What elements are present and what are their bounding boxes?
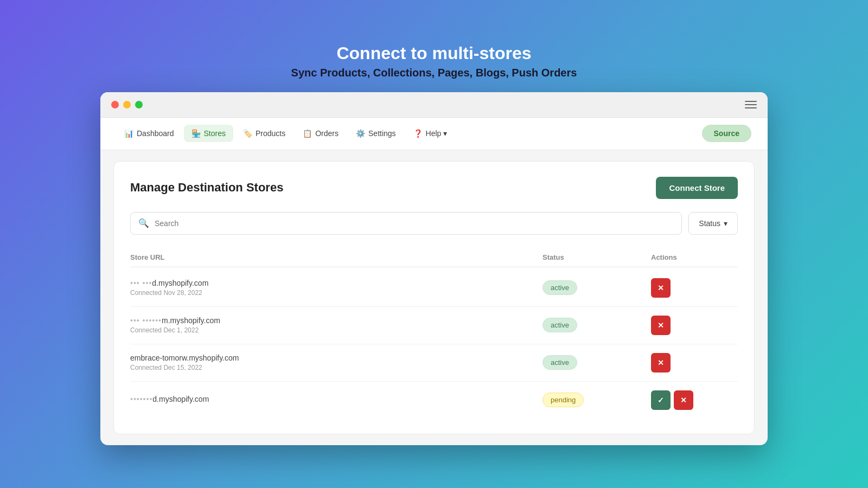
connect-store-button[interactable]: Connect Store bbox=[656, 177, 738, 199]
source-button[interactable]: Source bbox=[702, 125, 751, 142]
content-header: Manage Destination Stores Connect Store bbox=[130, 177, 738, 199]
stores-icon: 🏪 bbox=[192, 129, 201, 138]
connected-date: Connected Dec 15, 2022 bbox=[130, 364, 542, 371]
close-dot[interactable] bbox=[111, 101, 119, 108]
nav-orders-label: Orders bbox=[315, 129, 339, 138]
app-window: 📊 Dashboard 🏪 Stores 🏷️ Products 📋 Order… bbox=[100, 92, 768, 445]
nav-stores-label: Stores bbox=[204, 129, 226, 138]
main-subtitle: Sync Products, Collections, Pages, Blogs… bbox=[291, 67, 577, 79]
table-row: ••• ••••••m.myshopify.com Connected Dec … bbox=[130, 307, 738, 344]
col-header-url: Store URL bbox=[130, 253, 542, 261]
nav-settings-label: Settings bbox=[368, 129, 396, 138]
maximize-dot[interactable] bbox=[135, 101, 143, 108]
status-cell: active bbox=[542, 318, 651, 332]
search-icon: 🔍 bbox=[138, 218, 149, 228]
nav-products-label: Products bbox=[256, 129, 285, 138]
nav-settings[interactable]: ⚙️ Settings bbox=[348, 125, 404, 142]
nav-items: 📊 Dashboard 🏪 Stores 🏷️ Products 📋 Order… bbox=[117, 125, 702, 142]
nav-dashboard-label: Dashboard bbox=[137, 129, 174, 138]
store-url: ••• •••d.myshopify.com bbox=[130, 279, 542, 287]
minimize-dot[interactable] bbox=[123, 101, 131, 108]
status-cell: active bbox=[542, 355, 651, 370]
main-title: Connect to multi-stores bbox=[291, 43, 577, 63]
delete-button[interactable]: ✕ bbox=[651, 278, 671, 298]
table-row: •••••••d.myshopify.com pending ✓ ✕ bbox=[130, 382, 738, 419]
nav-help-label: Help ▾ bbox=[426, 129, 448, 138]
window-controls bbox=[111, 101, 143, 108]
hamburger-menu[interactable] bbox=[745, 101, 757, 108]
store-url-cell: ••• ••••••m.myshopify.com Connected Dec … bbox=[130, 316, 542, 334]
status-cell: active bbox=[542, 280, 651, 295]
nav-help[interactable]: ❓ Help ▾ bbox=[406, 125, 455, 142]
col-header-actions: Actions bbox=[651, 253, 738, 261]
menu-line-1 bbox=[745, 101, 757, 102]
status-cell: pending bbox=[542, 393, 651, 407]
page-header: Connect to multi-stores Sync Products, C… bbox=[291, 43, 577, 79]
nav-right: Source bbox=[702, 125, 751, 142]
connected-date: Connected Nov 28, 2022 bbox=[130, 289, 542, 297]
store-url: •••••••d.myshopify.com bbox=[130, 395, 542, 403]
nav-orders[interactable]: 📋 Orders bbox=[295, 125, 346, 142]
delete-button[interactable]: ✕ bbox=[651, 353, 671, 373]
chevron-down-icon: ▾ bbox=[724, 219, 727, 228]
status-badge: active bbox=[542, 318, 577, 332]
confirm-button[interactable]: ✓ bbox=[651, 390, 671, 410]
dashboard-icon: 📊 bbox=[124, 129, 133, 138]
store-url: embrace-tomorw.myshopify.com bbox=[130, 354, 542, 362]
help-icon: ❓ bbox=[413, 129, 423, 138]
col-header-status: Status bbox=[542, 253, 651, 261]
titlebar bbox=[100, 92, 768, 118]
search-box: 🔍 bbox=[130, 212, 682, 235]
nav-stores[interactable]: 🏪 Stores bbox=[184, 125, 233, 142]
status-badge: active bbox=[542, 355, 577, 370]
orders-icon: 📋 bbox=[303, 129, 312, 138]
delete-button[interactable]: ✕ bbox=[674, 390, 693, 410]
settings-icon: ⚙️ bbox=[356, 129, 365, 138]
nav-dashboard[interactable]: 📊 Dashboard bbox=[117, 125, 182, 142]
status-badge: active bbox=[542, 280, 577, 295]
store-url-cell: embrace-tomorw.myshopify.com Connected D… bbox=[130, 354, 542, 371]
table-row: embrace-tomorw.myshopify.com Connected D… bbox=[130, 344, 738, 382]
search-filter-row: 🔍 Status ▾ bbox=[130, 212, 738, 235]
actions-cell: ✕ bbox=[651, 353, 738, 373]
page-heading: Manage Destination Stores bbox=[130, 181, 283, 195]
delete-button[interactable]: ✕ bbox=[651, 316, 671, 335]
store-url-cell: ••• •••d.myshopify.com Connected Nov 28,… bbox=[130, 279, 542, 297]
store-url-cell: •••••••d.myshopify.com bbox=[130, 395, 542, 405]
connected-date: Connected Dec 1, 2022 bbox=[130, 326, 542, 334]
navbar: 📊 Dashboard 🏪 Stores 🏷️ Products 📋 Order… bbox=[100, 118, 768, 150]
menu-line-3 bbox=[745, 107, 757, 108]
main-content: Manage Destination Stores Connect Store … bbox=[113, 161, 755, 434]
status-filter-label: Status bbox=[699, 219, 720, 228]
status-badge: pending bbox=[542, 393, 584, 407]
actions-cell: ✓ ✕ bbox=[651, 390, 738, 410]
table-header: Store URL Status Actions bbox=[130, 248, 738, 267]
actions-cell: ✕ bbox=[651, 278, 738, 298]
status-filter-button[interactable]: Status ▾ bbox=[688, 212, 738, 235]
menu-line-2 bbox=[745, 104, 757, 105]
store-url: ••• ••••••m.myshopify.com bbox=[130, 316, 542, 325]
table-body: ••• •••d.myshopify.com Connected Nov 28,… bbox=[130, 269, 738, 419]
products-icon: 🏷️ bbox=[243, 129, 252, 138]
actions-cell: ✕ bbox=[651, 316, 738, 335]
search-input[interactable] bbox=[155, 213, 674, 234]
nav-products[interactable]: 🏷️ Products bbox=[235, 125, 293, 142]
table-row: ••• •••d.myshopify.com Connected Nov 28,… bbox=[130, 269, 738, 307]
